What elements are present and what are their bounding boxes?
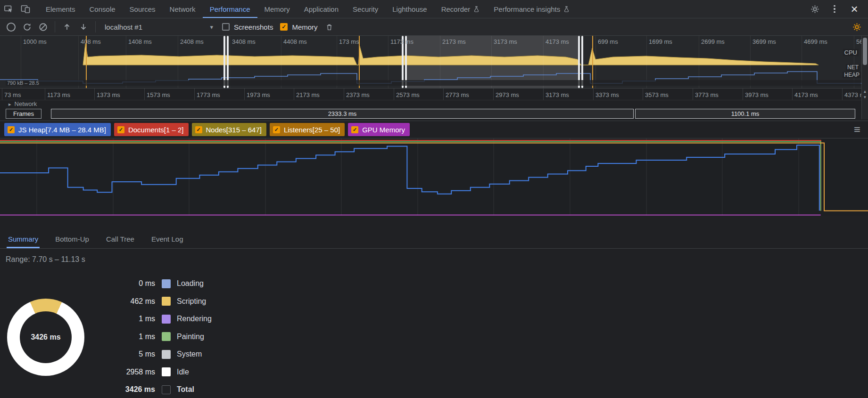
details-tab-label: Call Tree xyxy=(106,235,134,243)
memory-counters-chart xyxy=(0,138,868,216)
ruler-tick xyxy=(294,89,294,100)
memory-checkbox[interactable]: ✓ xyxy=(280,23,288,31)
panel-tab[interactable]: Elements xyxy=(39,0,83,18)
reload-and-record-icon[interactable] xyxy=(23,23,32,32)
ruler-label: 4173 ms xyxy=(546,38,569,45)
panel-tab-label: Lighthouse xyxy=(392,5,427,13)
memory-checkbox-row[interactable]: ✓ Memory xyxy=(280,23,317,31)
ruler-tick xyxy=(344,89,344,100)
timeline-overview[interactable]: 1000 ms 408 ms 1408 ms 2408 ms 3408 ms 4… xyxy=(0,36,868,89)
clear-icon[interactable] xyxy=(39,23,48,32)
ruler-label: 1699 ms xyxy=(649,38,672,45)
ruler-mark: 3173 ms xyxy=(546,89,569,100)
capture-settings-gear-icon[interactable] xyxy=(852,23,861,32)
panel-tab[interactable]: Application xyxy=(297,0,346,18)
frames-track-title[interactable]: Frames xyxy=(6,109,41,119)
panel-tab-label: Recorder xyxy=(441,5,471,13)
details-tabs: Summary Bottom-Up Call Tree Event Log xyxy=(0,229,868,249)
settings-gear-icon[interactable] xyxy=(806,0,824,18)
disclosure-triangle-icon[interactable]: ▸ xyxy=(8,101,11,107)
ruler-tick xyxy=(543,89,544,100)
ruler-label: 4173 ms xyxy=(794,91,818,98)
legend-row: 462 ms Scripting xyxy=(0,296,212,307)
frame-bar[interactable]: 1100.1 ms xyxy=(635,109,855,119)
screenshots-checkbox-row[interactable]: Screenshots xyxy=(222,23,273,31)
ruler-label: 2773 ms xyxy=(446,91,469,98)
ruler-mark: 2773 ms xyxy=(446,89,469,100)
more-options-kebab-icon[interactable] xyxy=(826,0,843,18)
counter-checkbox[interactable]: ✓ xyxy=(8,126,15,133)
record-icon[interactable] xyxy=(7,23,16,32)
details-tab[interactable]: Event Log xyxy=(150,229,185,248)
ruler-label: 3173 ms xyxy=(494,38,517,45)
legend-label: Loading xyxy=(177,279,204,288)
devtools-window: Elements Console Sources Network xyxy=(0,0,868,398)
panel-tabs: Elements Console Sources Network xyxy=(39,0,577,18)
counter-chip[interactable]: ✓ Documents[1 – 2] xyxy=(114,123,189,136)
hamburger-menu-icon[interactable]: ≡ xyxy=(854,124,868,135)
legend-time: 1 ms xyxy=(0,315,155,323)
counter-checkbox[interactable]: ✓ xyxy=(351,126,358,133)
panel-tab[interactable]: Recorder xyxy=(434,0,487,18)
memory-series-nodes xyxy=(0,142,821,211)
panel-tab[interactable]: Memory xyxy=(257,0,297,18)
ruler-tick xyxy=(593,89,594,100)
panel-tab[interactable]: Lighthouse xyxy=(385,0,434,18)
counter-checkbox[interactable]: ✓ xyxy=(273,126,280,133)
legend-label: Painting xyxy=(177,333,204,341)
ruler-tick xyxy=(443,89,444,100)
close-icon[interactable]: × xyxy=(845,0,863,18)
ruler-tick xyxy=(842,89,843,100)
legend-label: Idle xyxy=(177,368,189,376)
ruler-mark: 73 ms xyxy=(4,89,21,100)
ruler-mark: 1373 ms xyxy=(97,89,120,100)
counter-label: GPU Memory xyxy=(362,126,405,134)
device-toolbar-icon[interactable] xyxy=(17,0,34,18)
legend-row: 3426 ms Total xyxy=(0,384,212,395)
panel-tab[interactable]: Console xyxy=(83,0,123,18)
ruler-label: 3773 ms xyxy=(695,91,719,98)
counter-label: Nodes[315 – 647] xyxy=(206,126,262,134)
panel-tab[interactable]: Network xyxy=(163,0,203,18)
scrollbar-thumb[interactable] xyxy=(863,38,867,65)
panel-tab[interactable]: Performance xyxy=(203,0,257,18)
trash-icon[interactable] xyxy=(325,23,334,32)
legend-label: Scripting xyxy=(177,297,206,306)
counter-chip[interactable]: ✓ GPU Memory xyxy=(348,123,410,136)
counter-chip[interactable]: ✓ Nodes[315 – 647] xyxy=(192,123,266,136)
panel-tab[interactable]: Performance insights xyxy=(487,0,577,18)
details-tab[interactable]: Bottom-Up xyxy=(54,229,91,248)
ruler-label: 3173 ms xyxy=(546,91,569,98)
network-track-header[interactable]: ▸Network xyxy=(0,100,868,108)
memory-label: Memory xyxy=(292,23,317,31)
panel-tab[interactable]: Sources xyxy=(123,0,163,18)
counter-checkbox[interactable]: ✓ xyxy=(117,126,124,133)
scroll-up-icon[interactable]: ▲ xyxy=(862,89,868,94)
summary-panel: Range: 7.70 s – 11.13 s 3426 ms 0 ms Loa… xyxy=(0,249,868,398)
panel-tab[interactable]: Security xyxy=(346,0,385,18)
counter-chip[interactable]: ✓ JS Heap[7.4 MB – 28.4 MB] xyxy=(4,123,111,136)
legend-time: 1 ms xyxy=(0,333,155,341)
screenshots-checkbox[interactable] xyxy=(222,23,230,31)
legend-swatch xyxy=(162,332,171,341)
legend-row: 0 ms Loading xyxy=(0,278,212,289)
load-profile-icon[interactable] xyxy=(62,22,72,32)
scroll-down-icon[interactable]: ▼ xyxy=(862,95,868,99)
legend-time: 2958 ms xyxy=(0,368,155,376)
tabbar-right-controls: × xyxy=(806,0,868,18)
heap-range-label: 790 kB – 28.5 xyxy=(6,80,861,86)
vertical-scrollbar[interactable]: ▲ ▼ xyxy=(861,36,868,119)
net-track-label: NET xyxy=(846,64,860,71)
inspect-icon[interactable] xyxy=(0,0,17,18)
screenshots-label: Screenshots xyxy=(234,23,273,31)
details-tab[interactable]: Call Tree xyxy=(105,229,136,248)
details-tab[interactable]: Summary xyxy=(7,229,40,248)
save-profile-icon[interactable] xyxy=(79,22,88,32)
ruler-tick xyxy=(244,89,245,100)
memory-series-documents xyxy=(0,140,821,211)
frame-bar[interactable]: 2333.3 ms xyxy=(51,109,634,119)
profile-select[interactable]: localhost #1 ▾ xyxy=(103,22,215,32)
counter-checkbox[interactable]: ✓ xyxy=(195,126,202,133)
memory-counters-row: ✓ JS Heap[7.4 MB – 28.4 MB] ✓ Documents[… xyxy=(0,121,868,138)
counter-chip[interactable]: ✓ Listeners[25 – 50] xyxy=(270,123,345,136)
